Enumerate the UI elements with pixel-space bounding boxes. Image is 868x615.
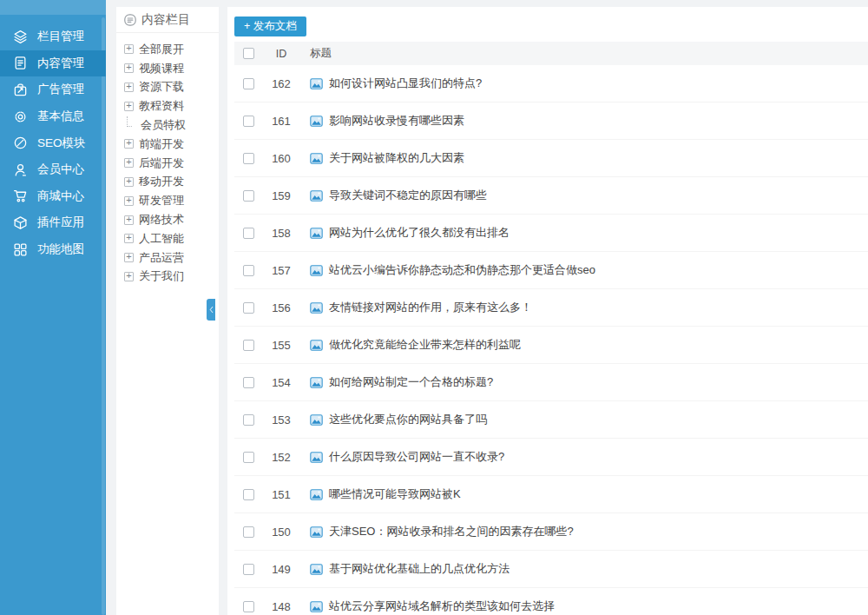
tree-item-label: 研发管理 <box>139 193 184 208</box>
row-checkbox[interactable] <box>243 489 254 500</box>
tree-item-video-course[interactable]: 视频课程 <box>116 59 219 78</box>
sidebar-item-plugin-app[interactable]: 插件应用 <box>0 209 106 236</box>
sidebar-item-mall-center[interactable]: 商城中心 <box>0 183 106 210</box>
image-icon <box>310 228 323 239</box>
tree-expander-icon[interactable] <box>124 272 134 281</box>
doc-title-link[interactable]: 站优云分享网站域名解析的类型该如何去选择 <box>329 598 555 614</box>
row-checkbox[interactable] <box>243 153 254 164</box>
doc-title-link[interactable]: 影响网站收录慢有哪些因素 <box>329 113 464 129</box>
row-checkbox[interactable] <box>243 452 254 463</box>
doc-title-link[interactable]: 关于网站被降权的几大因素 <box>329 150 464 166</box>
sidebar-item-label: 广告管理 <box>37 82 84 97</box>
tree-expander-icon[interactable] <box>124 215 134 225</box>
tree-item-rd-mgmt[interactable]: 研发管理 <box>116 191 219 210</box>
tree-panel-header: 内容栏目 <box>116 7 219 33</box>
table-header-row: ID 标题 <box>234 42 868 65</box>
row-checkbox[interactable] <box>243 601 254 612</box>
doc-title-link[interactable]: 哪些情况可能导致网站被K <box>329 486 461 502</box>
row-checkbox[interactable] <box>243 116 254 127</box>
table-row: 156 友情链接对网站的作用，原来有这么多！ <box>234 289 868 327</box>
row-checkbox[interactable] <box>243 78 254 89</box>
sidebar-item-label: 插件应用 <box>37 215 84 230</box>
select-all-checkbox[interactable] <box>243 48 254 59</box>
sidebar-menu: 栏目管理 内容管理 广告管理 基本信息 SEO模块 <box>0 0 106 262</box>
tree-item-ai[interactable]: 人工智能 <box>116 229 219 248</box>
row-checkbox[interactable] <box>243 526 254 538</box>
tree-expander-icon[interactable] <box>124 158 134 168</box>
tree-expander-icon[interactable] <box>124 102 134 111</box>
tree-item-about-us[interactable]: 关于我们 <box>116 268 219 287</box>
sidebar-item-member-center[interactable]: 会员中心 <box>0 156 106 183</box>
doc-title-link[interactable]: 天津SEO：网站收录和排名之间的因素存在哪些? <box>329 524 574 539</box>
publish-document-button[interactable]: + 发布文档 <box>234 17 306 36</box>
tree-item-member-perks[interactable]: 会员特权 <box>116 116 219 135</box>
tree-item-backend-dev[interactable]: 后端开发 <box>116 154 219 173</box>
row-checkbox[interactable] <box>243 340 254 351</box>
row-checkbox[interactable] <box>243 265 254 276</box>
doc-title-link[interactable]: 友情链接对网站的作用，原来有这么多！ <box>329 300 532 315</box>
tree-item-tutorials[interactable]: 教程资料 <box>116 96 219 116</box>
layers-icon <box>13 30 28 44</box>
tree-expander-icon[interactable] <box>124 139 134 149</box>
row-checkbox[interactable] <box>243 377 254 388</box>
image-icon <box>310 340 323 351</box>
doc-title-link[interactable]: 这些优化要点你的网站具备了吗 <box>329 412 487 427</box>
sidebar-item-label: 栏目管理 <box>37 29 84 44</box>
doc-title-link[interactable]: 站优云小编告诉你静态动态和伪静态那个更适合做seo <box>329 262 595 278</box>
panel-collapse-button[interactable] <box>207 299 215 321</box>
image-icon <box>310 153 323 164</box>
sidebar-item-feature-map[interactable]: 功能地图 <box>0 236 106 263</box>
tree-item-label: 视频课程 <box>139 61 184 76</box>
doc-title-link[interactable]: 做优化究竟能给企业带来怎样的利益呢 <box>329 337 521 353</box>
user-icon <box>13 162 28 177</box>
sidebar-item-seo-module[interactable]: SEO模块 <box>0 129 106 156</box>
doc-id: 162 <box>271 77 292 90</box>
tree-item-label: 会员特权 <box>141 117 186 133</box>
doc-title-link[interactable]: 什么原因导致公司网站一直不收录? <box>329 449 504 465</box>
doc-id: 154 <box>271 376 292 389</box>
tree-item-expand-all[interactable]: 全部展开 <box>116 40 219 59</box>
tree-expander-icon[interactable] <box>124 253 134 262</box>
image-icon <box>310 564 323 575</box>
tree-expander-icon[interactable] <box>124 63 134 73</box>
tree-item-resource-dl[interactable]: 资源下载 <box>116 78 219 97</box>
seo-pen-icon <box>13 136 28 150</box>
table-row: 154 如何给网站制定一个合格的标题? <box>234 364 868 401</box>
doc-id: 149 <box>271 563 292 576</box>
grid-icon <box>13 242 28 257</box>
row-checkbox[interactable] <box>243 190 254 202</box>
tree-item-network-tech[interactable]: 网络技术 <box>116 210 219 229</box>
tree-expander-icon[interactable] <box>124 177 134 187</box>
doc-id: 155 <box>271 339 292 352</box>
tree-expander-icon[interactable] <box>124 44 134 54</box>
tree-leaf-connector-icon <box>127 116 132 127</box>
tree-expander-icon[interactable] <box>124 196 134 206</box>
tree-item-label: 前端开发 <box>139 136 184 152</box>
row-checkbox[interactable] <box>243 302 254 314</box>
row-checkbox[interactable] <box>243 414 254 426</box>
sidebar-item-basic-info[interactable]: 基本信息 <box>0 103 106 130</box>
tree-item-mobile-dev[interactable]: 移动开发 <box>116 173 219 192</box>
image-icon <box>310 489 323 500</box>
image-icon <box>310 302 323 314</box>
table-row: 148 站优云分享网站域名解析的类型该如何去选择 <box>234 588 868 615</box>
doc-id: 156 <box>271 301 292 314</box>
tree-item-label: 教程资料 <box>139 98 184 114</box>
table-row: 157 站优云小编告诉你静态动态和伪静态那个更适合做seo <box>234 252 868 289</box>
sidebar-item-ad-mgmt[interactable]: 广告管理 <box>0 76 106 103</box>
sidebar-item-content-mgmt[interactable]: 内容管理 <box>0 50 106 77</box>
sidebar-item-column-mgmt[interactable]: 栏目管理 <box>0 23 106 50</box>
doc-title-link[interactable]: 如何设计网站凸显我们的特点? <box>329 76 482 91</box>
tree-item-product-ops[interactable]: 产品运营 <box>116 248 219 268</box>
doc-title-link[interactable]: 导致关键词不稳定的原因有哪些 <box>329 188 487 203</box>
image-icon <box>310 265 323 276</box>
tree-expander-icon[interactable] <box>124 83 134 92</box>
doc-title-link[interactable]: 如何给网站制定一个合格的标题? <box>329 374 493 390</box>
row-checkbox[interactable] <box>243 228 254 239</box>
tree-item-frontend-dev[interactable]: 前端开发 <box>116 135 219 154</box>
doc-id: 152 <box>271 451 292 464</box>
row-checkbox[interactable] <box>243 564 254 575</box>
doc-title-link[interactable]: 基于网站优化基础上的几点优化方法 <box>329 561 510 577</box>
doc-title-link[interactable]: 网站为什么优化了很久都没有出排名 <box>329 225 510 241</box>
tree-expander-icon[interactable] <box>124 234 134 243</box>
